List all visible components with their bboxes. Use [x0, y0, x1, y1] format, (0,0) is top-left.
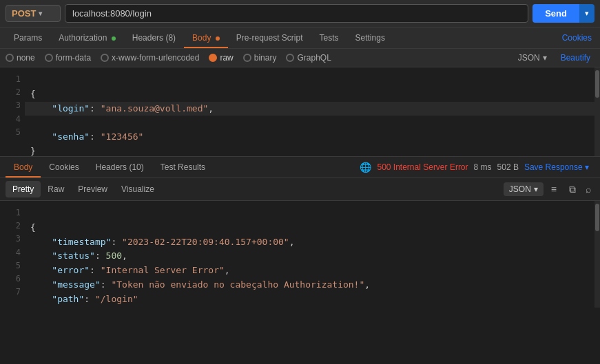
response-code-content: { "timestamp": "2023-02-22T20:09:40.157+… [25, 201, 594, 308]
beautify-button[interactable]: Beautify [557, 52, 594, 64]
url-input[interactable] [65, 4, 528, 23]
json-chevron-icon: ▾ [543, 53, 547, 63]
editor-scrollbar-thumb[interactable] [595, 70, 599, 98]
radio-binary-circle [243, 54, 251, 62]
response-size: 502 B [497, 162, 519, 172]
method-label: POST [12, 8, 36, 19]
response-time: 8 ms [474, 162, 492, 172]
cookies-link[interactable]: Cookies [559, 28, 594, 48]
response-status: 🌐 500 Internal Server Error 8 ms 502 B [360, 162, 518, 173]
radio-raw[interactable]: raw [209, 53, 233, 63]
request-code-content[interactable]: { "login": "ana.souza@voll.med", "senha"… [25, 67, 594, 156]
resp-tab-headers[interactable]: Headers (10) [87, 157, 152, 178]
radio-raw-circle [209, 54, 217, 62]
method-selector[interactable]: POST ▾ [6, 5, 61, 22]
resp-tab-cookies[interactable]: Cookies [41, 157, 87, 178]
status-code: 500 Internal Server Error [377, 162, 468, 172]
response-format-bar: Pretty Raw Preview Visualize JSON ▾ ≡ ⧉ … [0, 178, 600, 201]
fmt-tab-preview[interactable]: Preview [71, 181, 114, 197]
save-response-button[interactable]: Save Response ▾ [519, 162, 594, 172]
tab-params[interactable]: Params [6, 28, 50, 48]
response-body-area: 1 2 3 4 5 6 7 { "timestamp": "2023-02-22… [0, 201, 600, 308]
radio-urlencoded[interactable]: x-www-form-urlencoded [101, 53, 199, 63]
json-format-select[interactable]: JSON ▾ [518, 53, 547, 63]
resp-tab-body[interactable]: Body [6, 157, 41, 178]
authorization-dot [112, 36, 116, 41]
tab-tests[interactable]: Tests [311, 28, 347, 48]
tab-body[interactable]: Body [184, 28, 228, 48]
tab-headers[interactable]: Headers (8) [124, 28, 184, 48]
send-button[interactable]: Send [532, 4, 579, 23]
copy-icon[interactable]: ⧉ [566, 182, 579, 197]
body-type-bar: none form-data x-www-form-urlencoded raw… [0, 49, 600, 67]
response-tabs-bar: Body Cookies Headers (10) Test Results 🌐… [0, 157, 600, 178]
radio-graphql-circle [286, 54, 294, 62]
response-scrollbar-thumb[interactable] [595, 204, 599, 231]
globe-icon: 🌐 [360, 162, 371, 173]
fmt-tab-raw[interactable]: Raw [41, 181, 71, 197]
body-dot [216, 36, 220, 41]
fmt-tab-visualize[interactable]: Visualize [114, 181, 161, 197]
editor-scrollbar[interactable] [594, 67, 600, 156]
format-chevron-icon: ▾ [534, 184, 538, 194]
radio-none[interactable]: none [6, 53, 35, 63]
tab-settings[interactable]: Settings [347, 28, 393, 48]
tab-authorization[interactable]: Authorization [50, 28, 123, 48]
response-line-numbers: 1 2 3 4 5 6 7 [0, 201, 25, 308]
resp-tab-test-results[interactable]: Test Results [152, 157, 214, 178]
top-bar: POST ▾ Send ▾ [0, 0, 600, 28]
request-line-numbers: 1 2 3 4 5 [0, 67, 25, 156]
method-chevron-icon: ▾ [39, 10, 54, 17]
radio-form-data-circle [45, 54, 53, 62]
radio-graphql[interactable]: GraphQL [286, 53, 331, 63]
send-group: Send ▾ [532, 4, 594, 23]
radio-form-data[interactable]: form-data [45, 53, 91, 63]
search-icon[interactable]: ⌕ [582, 182, 594, 197]
save-response-chevron-icon: ▾ [585, 162, 589, 172]
response-scrollbar[interactable] [594, 201, 600, 308]
radio-binary[interactable]: binary [243, 53, 277, 63]
send-dropdown-button[interactable]: ▾ [579, 4, 594, 23]
response-action-icons: ⧉ ⌕ [566, 182, 594, 197]
wrap-icon[interactable]: ≡ [548, 182, 560, 197]
request-tabs-bar: Params Authorization Headers (8) Body Pr… [0, 28, 600, 49]
request-editor[interactable]: 1 2 3 4 5 { "login": "ana.souza@voll.med… [0, 67, 600, 157]
radio-none-circle [6, 54, 14, 62]
tab-prerequest[interactable]: Pre-request Script [228, 28, 311, 48]
response-format-select[interactable]: JSON ▾ [504, 182, 544, 196]
radio-urlencoded-circle [101, 54, 109, 62]
fmt-tab-pretty[interactable]: Pretty [6, 181, 41, 197]
